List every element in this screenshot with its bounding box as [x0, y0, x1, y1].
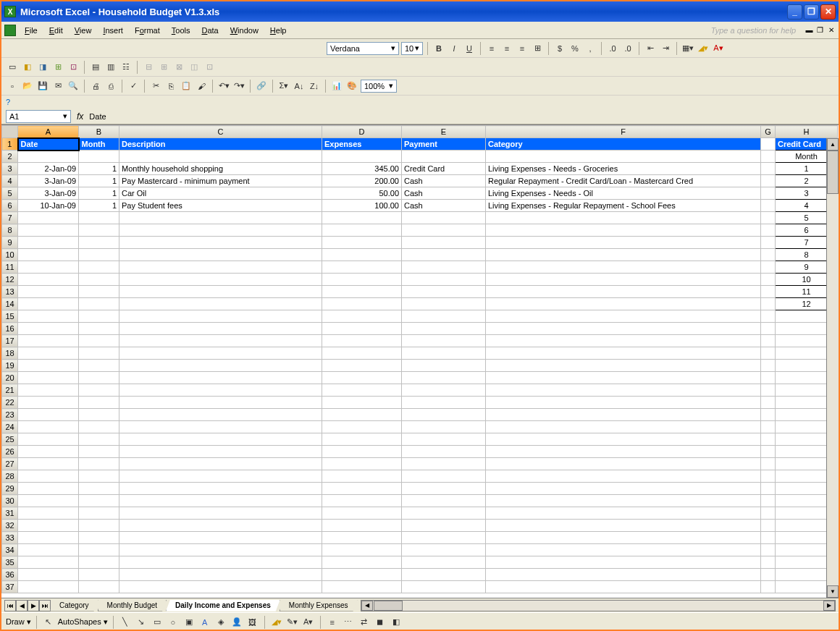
cell-A20[interactable]: [18, 372, 79, 384]
cell-A26[interactable]: [18, 446, 79, 458]
cell-E7[interactable]: [402, 212, 486, 224]
cell-B2[interactable]: [79, 151, 119, 163]
cell-B19[interactable]: [79, 360, 119, 372]
cell-E11[interactable]: [402, 261, 486, 274]
cell-E26[interactable]: [402, 446, 486, 458]
cell-A7[interactable]: [18, 212, 79, 224]
cell-E10[interactable]: [402, 249, 486, 261]
line-button[interactable]: ╲: [119, 616, 132, 629]
cell-C5[interactable]: Car Oil: [119, 187, 322, 200]
cell-B36[interactable]: [79, 569, 119, 581]
chart-button[interactable]: 📊: [330, 80, 343, 93]
percent-button[interactable]: %: [568, 42, 581, 55]
cut-button[interactable]: ✂: [149, 80, 162, 93]
name-box[interactable]: A1▾: [6, 110, 71, 123]
column-header-A[interactable]: A: [18, 126, 79, 138]
maximize-button[interactable]: ❐: [804, 4, 819, 20]
cell-B12[interactable]: [79, 274, 119, 286]
column-header-D[interactable]: D: [322, 126, 402, 138]
cell-C13[interactable]: [119, 286, 322, 298]
menu-view[interactable]: View: [69, 25, 98, 36]
row-header-30[interactable]: 30: [2, 495, 18, 507]
cell-F17[interactable]: [486, 335, 761, 347]
cell-B35[interactable]: [79, 556, 119, 569]
row-header-13[interactable]: 13: [2, 286, 18, 298]
column-header-G[interactable]: G: [761, 126, 776, 138]
cell-F26[interactable]: [486, 446, 761, 458]
cell-C17[interactable]: [119, 335, 322, 347]
cell-A12[interactable]: [18, 274, 79, 286]
cell-C3[interactable]: Monthly household shopping: [119, 163, 322, 175]
cell-B18[interactable]: [79, 347, 119, 360]
cell-A17[interactable]: [18, 335, 79, 347]
cell-D15[interactable]: [322, 310, 402, 323]
tool-icon[interactable]: ⊞: [157, 61, 170, 74]
row-header-32[interactable]: 32: [2, 520, 18, 532]
cell-A36[interactable]: [18, 569, 79, 581]
cell-G37[interactable]: [761, 581, 776, 593]
cell-D11[interactable]: [322, 261, 402, 274]
cell-G8[interactable]: [761, 224, 776, 237]
dash-style-button[interactable]: ⋯: [342, 616, 355, 629]
cell-E14[interactable]: [402, 298, 486, 310]
cell-C1[interactable]: Description: [119, 138, 322, 151]
cell-G25[interactable]: [761, 433, 776, 446]
cell-A19[interactable]: [18, 360, 79, 372]
cell-D36[interactable]: [322, 569, 402, 581]
help-search-box[interactable]: Type a question for help: [711, 26, 802, 35]
increase-decimal-button[interactable]: .0: [606, 42, 619, 55]
cell-C18[interactable]: [119, 347, 322, 360]
spreadsheet-grid[interactable]: ABCDEFGH1DateMonthDescriptionExpensesPay…: [1, 124, 839, 598]
cell-E17[interactable]: [402, 335, 486, 347]
redo-button[interactable]: ↷▾: [232, 80, 245, 93]
cell-G3[interactable]: [761, 163, 776, 175]
menu-help[interactable]: Help: [264, 25, 293, 36]
sheet-tab-monthly-budget[interactable]: Monthly Budget: [98, 600, 167, 611]
cell-G36[interactable]: [761, 569, 776, 581]
row-header-18[interactable]: 18: [2, 347, 18, 360]
tool-icon[interactable]: ◨: [36, 61, 49, 74]
minimize-button[interactable]: _: [787, 4, 802, 20]
cell-G18[interactable]: [761, 347, 776, 360]
font-size-selector[interactable]: 10▾: [401, 42, 423, 55]
tool-icon[interactable]: ⊟: [142, 61, 155, 74]
cell-F32[interactable]: [486, 520, 761, 532]
italic-button[interactable]: I: [448, 42, 461, 55]
row-header-26[interactable]: 26: [2, 446, 18, 458]
cell-G35[interactable]: [761, 556, 776, 569]
print-button[interactable]: 🖨: [89, 80, 102, 93]
line-color-button[interactable]: ✎▾: [286, 616, 299, 629]
cell-A6[interactable]: 10-Jan-09: [18, 200, 79, 212]
cell-D34[interactable]: [322, 544, 402, 556]
arrow-button[interactable]: ↘: [135, 616, 148, 629]
app-icon[interactable]: [4, 25, 16, 36]
cell-E20[interactable]: [402, 372, 486, 384]
cell-C32[interactable]: [119, 520, 322, 532]
wordart-button[interactable]: A: [198, 616, 211, 629]
print-preview-button[interactable]: ⎙: [104, 80, 117, 93]
cell-A27[interactable]: [18, 458, 79, 470]
cell-F8[interactable]: [486, 224, 761, 237]
cell-E22[interactable]: [402, 397, 486, 409]
cell-B9[interactable]: [79, 237, 119, 249]
arrow-style-button[interactable]: ⇄: [358, 616, 371, 629]
cell-E19[interactable]: [402, 360, 486, 372]
spellcheck-button[interactable]: ✓: [127, 80, 140, 93]
cell-B27[interactable]: [79, 458, 119, 470]
scroll-left-button[interactable]: ◀: [361, 601, 373, 611]
cell-D32[interactable]: [322, 520, 402, 532]
cell-G21[interactable]: [761, 384, 776, 397]
cell-F28[interactable]: [486, 470, 761, 483]
cell-G12[interactable]: [761, 274, 776, 286]
font-color-button[interactable]: A▾: [712, 42, 725, 55]
copy-button[interactable]: ⎘: [164, 80, 177, 93]
cell-A29[interactable]: [18, 483, 79, 495]
column-header-C[interactable]: C: [119, 126, 322, 138]
cell-F4[interactable]: Regular Repayment - Credit Card/Loan - M…: [486, 175, 761, 187]
cell-C30[interactable]: [119, 495, 322, 507]
cell-D25[interactable]: [322, 433, 402, 446]
cell-A33[interactable]: [18, 532, 79, 544]
row-header-4[interactable]: 4: [2, 175, 18, 187]
cell-D27[interactable]: [322, 458, 402, 470]
cell-D3[interactable]: 345.00: [322, 163, 402, 175]
